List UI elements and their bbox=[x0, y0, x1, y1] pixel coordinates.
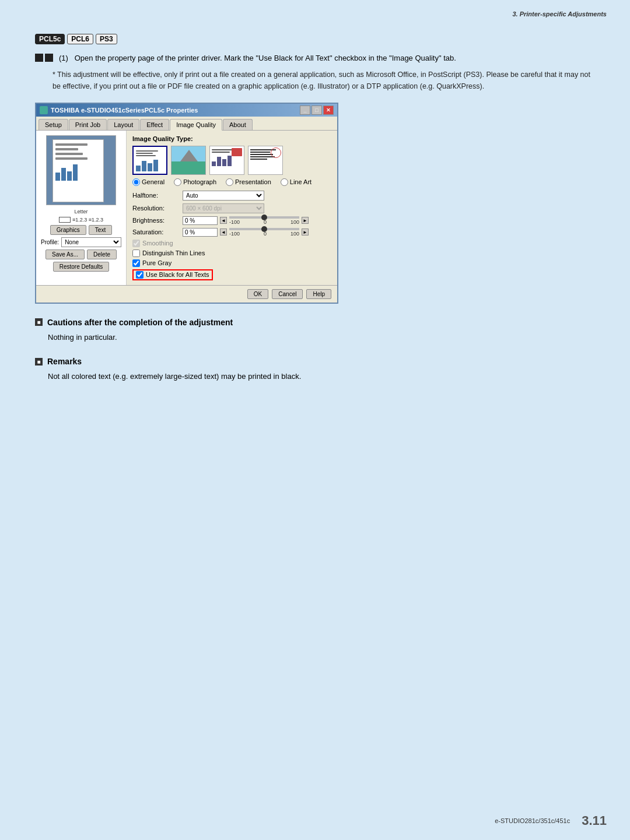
preview-bar-1 bbox=[55, 173, 60, 181]
iq-icon-photograph-img[interactable] bbox=[171, 146, 206, 175]
iq-icon-presentation bbox=[209, 146, 244, 175]
close-button[interactable]: ✕ bbox=[323, 106, 334, 115]
distinguish-checkbox[interactable] bbox=[132, 249, 140, 257]
smoothing-checkbox bbox=[132, 240, 140, 247]
pure-gray-label: Pure Gray bbox=[142, 259, 172, 266]
tab-image-quality[interactable]: Image Quality bbox=[170, 119, 222, 131]
minimize-button[interactable]: _ bbox=[300, 106, 310, 115]
preview-bar-3 bbox=[67, 171, 72, 181]
saturation-left-arrow[interactable]: ◄ bbox=[220, 229, 227, 236]
black-square-2 bbox=[45, 54, 53, 62]
saturation-input[interactable] bbox=[183, 228, 218, 237]
radio-photograph-input[interactable] bbox=[174, 178, 181, 186]
saturation-label: Saturation: bbox=[132, 229, 179, 236]
saturation-slider-group: ◄ -100 0 100 ► bbox=[183, 228, 309, 237]
radio-lineart[interactable]: Line Art bbox=[281, 178, 312, 186]
preview-line-3 bbox=[55, 153, 83, 155]
brightness-left-arrow[interactable]: ◄ bbox=[220, 217, 227, 224]
radio-presentation-input[interactable] bbox=[226, 178, 233, 186]
note-text: * This adjustment will be effective, onl… bbox=[52, 69, 595, 92]
saturation-slider[interactable] bbox=[229, 228, 299, 230]
preview-line-1 bbox=[55, 143, 88, 146]
tab-layout[interactable]: Layout bbox=[107, 119, 139, 130]
dialog-controls[interactable]: _ □ ✕ bbox=[300, 106, 334, 115]
brightness-slider[interactable] bbox=[229, 216, 299, 219]
dialog-tabs: Setup Print Job Layout Effect Image Qual… bbox=[36, 117, 337, 131]
cancel-button[interactable]: Cancel bbox=[272, 289, 303, 299]
iq-icon-general-img[interactable] bbox=[132, 146, 167, 175]
resolution-label: Resolution: bbox=[132, 205, 179, 212]
cautions-heading-text: Cautions after the completion of the adj… bbox=[47, 318, 233, 327]
save-as-button[interactable]: Save As... bbox=[46, 249, 85, 259]
mountain-peak bbox=[180, 150, 198, 161]
dialog-footer: OK Cancel Help bbox=[36, 285, 337, 303]
iq-type-label: Image Quality Type: bbox=[132, 135, 331, 142]
halftone-select[interactable]: Auto bbox=[183, 191, 264, 201]
profile-select[interactable]: None bbox=[61, 237, 121, 247]
iq-icon-general bbox=[132, 146, 167, 175]
brightness-row: Brightness: ◄ -100 0 bbox=[132, 216, 331, 225]
pure-gray-row[interactable]: Pure Gray bbox=[132, 259, 331, 267]
preview-box bbox=[46, 135, 116, 205]
brightness-max: 100 bbox=[290, 219, 299, 225]
tag-row: PCL5c PCL6 PS3 bbox=[35, 34, 595, 44]
margin-icon-left bbox=[59, 217, 71, 223]
radio-general[interactable]: General bbox=[132, 178, 164, 186]
brightness-input[interactable] bbox=[183, 216, 218, 225]
brightness-slider-group: ◄ -100 0 100 ► bbox=[183, 216, 309, 225]
page-content: PCL5c PCL6 PS3 (1) Open the property pag… bbox=[0, 22, 630, 417]
halftone-label: Halftone: bbox=[132, 192, 179, 199]
preview-bar-chart bbox=[55, 163, 101, 181]
tag-pcl5c[interactable]: PCL5c bbox=[35, 34, 65, 44]
dialog-title: TOSHIBA e-STUDIO451cSeriesPCL5c Properti… bbox=[51, 107, 198, 114]
cautions-checkbox-icon: ■ bbox=[35, 318, 43, 326]
step-description: Open the property page of the printer dr… bbox=[75, 54, 456, 62]
delete-button[interactable]: Delete bbox=[87, 249, 117, 259]
use-black-label: Use Black for All Texts bbox=[146, 271, 209, 278]
page-number: 3.11 bbox=[582, 813, 607, 828]
iq-icon-photograph bbox=[171, 146, 206, 175]
tab-print-job[interactable]: Print Job bbox=[69, 119, 107, 130]
dialog-app-icon bbox=[40, 106, 48, 114]
dialog-titlebar: TOSHIBA e-STUDIO451cSeriesPCL5c Properti… bbox=[36, 104, 337, 117]
tab-about[interactable]: About bbox=[223, 119, 253, 130]
profile-label: Profile: bbox=[41, 239, 59, 245]
saturation-right-arrow[interactable]: ► bbox=[302, 229, 309, 236]
remarks-heading-text: Remarks bbox=[47, 357, 82, 366]
graphics-button[interactable]: Graphics bbox=[50, 225, 86, 235]
resolution-row: Resolution: 600 × 600 dpi bbox=[132, 203, 331, 213]
step-text: (1) Open the property page of the printe… bbox=[59, 52, 595, 64]
tag-pcl6[interactable]: PCL6 bbox=[67, 34, 93, 44]
iq-icon-lineart-img[interactable] bbox=[248, 146, 283, 175]
preview-line-2 bbox=[55, 148, 78, 150]
distinguish-label: Distinguish Thin Lines bbox=[142, 249, 205, 256]
halftone-row: Halftone: Auto bbox=[132, 191, 331, 201]
smoothing-row: Smoothing bbox=[132, 240, 331, 247]
step-1-row: (1) Open the property page of the printe… bbox=[35, 52, 595, 64]
restore-defaults-button[interactable]: Restore Defaults bbox=[53, 262, 109, 272]
dialog-window: TOSHIBA e-STUDIO451cSeriesPCL5c Properti… bbox=[35, 103, 338, 304]
help-button[interactable]: Help bbox=[306, 289, 331, 299]
pure-gray-checkbox[interactable] bbox=[132, 259, 140, 267]
tab-effect[interactable]: Effect bbox=[140, 119, 169, 130]
ok-button[interactable]: OK bbox=[247, 289, 268, 299]
radio-presentation[interactable]: Presentation bbox=[226, 178, 271, 186]
iq-icon-presentation-img[interactable] bbox=[209, 146, 244, 175]
brightness-right-arrow[interactable]: ► bbox=[302, 217, 309, 224]
distinguish-row[interactable]: Distinguish Thin Lines bbox=[132, 249, 331, 257]
profile-row: Profile: None bbox=[41, 237, 121, 247]
radio-lineart-input[interactable] bbox=[281, 178, 288, 186]
radio-general-input[interactable] bbox=[132, 178, 140, 186]
brightness-min: -100 bbox=[229, 219, 240, 225]
radio-photograph[interactable]: Photograph bbox=[174, 178, 216, 186]
tag-ps3[interactable]: PS3 bbox=[96, 34, 117, 44]
text-button[interactable]: Text bbox=[89, 225, 112, 235]
tab-setup[interactable]: Setup bbox=[38, 119, 68, 130]
step-icons bbox=[35, 54, 53, 62]
saturation-row: Saturation: ◄ -100 0 bbox=[132, 228, 331, 237]
use-black-row[interactable]: Use Black for All Texts bbox=[132, 269, 331, 280]
dialog-titlebar-left: TOSHIBA e-STUDIO451cSeriesPCL5c Properti… bbox=[40, 106, 198, 114]
use-black-checkbox[interactable] bbox=[136, 271, 144, 279]
margin-value: ≡1.2.3 ≡1.2.3 bbox=[72, 217, 103, 223]
maximize-button[interactable]: □ bbox=[312, 106, 322, 115]
